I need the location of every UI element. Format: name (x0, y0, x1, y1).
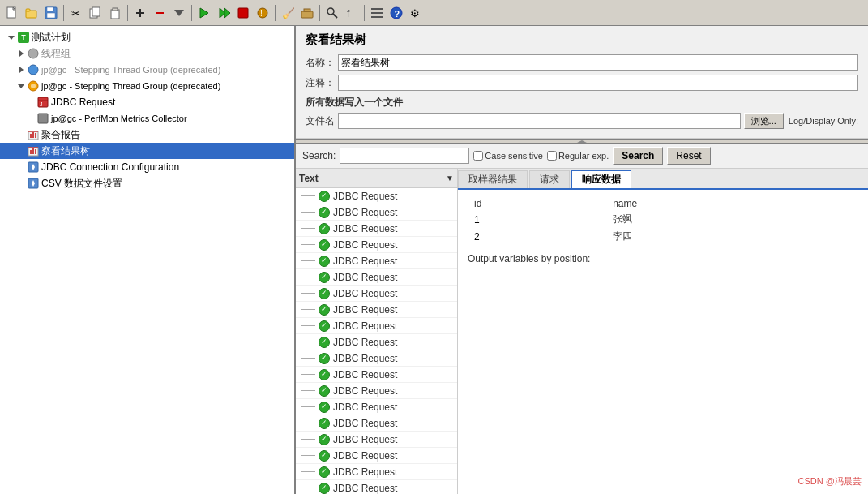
tree-label-csv: CSV 数据文件设置 (41, 177, 122, 191)
tree-item-stepping-2[interactable]: jp@gc - Stepping Thread Group (deprecate… (0, 78, 294, 94)
item-name: JDBC Request (333, 418, 397, 429)
comment-input[interactable] (338, 75, 858, 91)
csv-icon (27, 177, 40, 190)
list-item[interactable]: JDBC Request (296, 432, 457, 448)
item-name: JDBC Request (333, 191, 397, 202)
item-name: JDBC Request (333, 304, 397, 316)
list-item[interactable]: JDBC Request (296, 269, 457, 286)
name-input[interactable] (338, 54, 858, 71)
list-item[interactable]: JDBC Request (296, 237, 457, 253)
start-remote-button[interactable] (215, 4, 233, 22)
list-item[interactable]: JDBC Request (296, 302, 457, 318)
regular-exp-text: Regular exp. (558, 151, 609, 161)
result-list-scroll[interactable]: JDBC Request JDBC Request JDBC Request (296, 188, 457, 494)
list-item[interactable]: JDBC Request (296, 480, 457, 494)
expand-icon-5 (26, 97, 36, 107)
expand-icon-2 (16, 49, 26, 58)
config-icon (27, 161, 40, 174)
clear-all-button[interactable] (298, 4, 316, 22)
search-button[interactable]: Search (613, 147, 663, 165)
status-success-icon (319, 402, 330, 413)
tab-sampler-result[interactable]: 取样器结果 (458, 170, 528, 188)
svg-rect-10 (111, 10, 119, 19)
result-list-panel: Text ▼ JDBC Request JDBC Request (296, 169, 458, 494)
dropdown-arrow[interactable]: ▼ (446, 174, 454, 183)
list-item[interactable]: JDBC Request (296, 188, 457, 204)
open-button[interactable] (23, 4, 41, 22)
status-success-icon (319, 466, 330, 478)
tree-label-report: 聚合报告 (41, 128, 80, 142)
remove-button[interactable] (151, 4, 169, 22)
list-item[interactable]: JDBC Request (296, 399, 457, 415)
clear-button[interactable]: 🧹 (279, 4, 297, 22)
function-button[interactable]: f (343, 4, 361, 22)
separator-2 (127, 5, 128, 21)
detail-content: id name 1 张飒 2 李四 Output variables by po… (458, 190, 868, 494)
expand-button[interactable] (170, 4, 188, 22)
status-success-icon (319, 256, 330, 267)
data-table: id name 1 张飒 2 李四 (468, 196, 858, 245)
reset-button[interactable]: Reset (667, 147, 710, 165)
case-sensitive-label: Case sensitive (473, 151, 543, 161)
regular-exp-checkbox[interactable] (547, 151, 557, 161)
stop-button[interactable] (234, 4, 252, 22)
save-button[interactable] (42, 4, 60, 22)
connector-line (301, 195, 315, 196)
tree-item-result-tree[interactable]: 察看结果树 (0, 143, 294, 159)
list-item[interactable]: JDBC Request (296, 464, 457, 480)
watermark: CSDN @冯晨芸 (798, 475, 862, 488)
list-item[interactable]: JDBC Request (296, 318, 457, 334)
shutdown-button[interactable]: ! (254, 4, 272, 22)
list-item[interactable]: JDBC Request (296, 204, 457, 221)
item-name: JDBC Request (333, 256, 397, 267)
copy-button[interactable] (87, 4, 105, 22)
browse-button[interactable]: 浏览... (744, 113, 784, 129)
tree-label-thread: 线程组 (41, 47, 71, 61)
cut-button[interactable]: ✂ (67, 4, 85, 22)
tree-label-result-tree: 察看结果树 (41, 144, 90, 158)
tree-item-csv[interactable]: CSV 数据文件设置 (0, 175, 294, 191)
case-sensitive-checkbox[interactable] (473, 151, 483, 161)
search-input[interactable] (340, 148, 469, 164)
run-button[interactable] (195, 4, 213, 22)
list-item[interactable]: JDBC Request (296, 253, 457, 269)
list-item[interactable]: JDBC Request (296, 383, 457, 399)
tree-item-perfmon[interactable]: jp@gc - PerfMon Metrics Collector (0, 110, 294, 127)
svg-rect-23 (301, 11, 313, 18)
list-item[interactable]: JDBC Request (296, 415, 457, 432)
paste-button[interactable] (106, 4, 124, 22)
tree-item-plan[interactable]: T 测试计划 (0, 29, 294, 45)
tree-item-thread-group[interactable]: 线程组 (0, 45, 294, 62)
separator-1 (63, 5, 64, 21)
add-button[interactable] (131, 4, 149, 22)
tree-item-report[interactable]: 聚合报告 (0, 127, 294, 143)
list-item[interactable]: JDBC Request (296, 221, 457, 237)
list-item[interactable]: JDBC Request (296, 367, 457, 383)
item-name: JDBC Request (333, 402, 397, 413)
report-icon (27, 128, 40, 141)
list-item[interactable]: JDBC Request (296, 286, 457, 302)
tree-item-stepping-1[interactable]: jp@gc - Stepping Thread Group (deprecate… (0, 62, 294, 78)
svg-rect-29 (371, 12, 383, 14)
help-button[interactable]: ? (387, 4, 405, 22)
file-section-title: 所有数据写入一个文件 (306, 96, 858, 110)
list-item[interactable]: JDBC Request (296, 350, 457, 367)
separator-5 (319, 5, 320, 21)
list-button[interactable] (368, 4, 386, 22)
new-button[interactable] (3, 4, 21, 22)
tree-item-jdbc-request[interactable]: J JDBC Request (0, 94, 294, 110)
tab-request[interactable]: 请求 (529, 170, 570, 188)
settings-button[interactable]: ⚙ (407, 4, 425, 22)
tab-response-data[interactable]: 响应数据 (571, 170, 631, 188)
file-input[interactable] (338, 113, 741, 129)
expand-icon-3 (16, 65, 26, 75)
search-button[interactable] (323, 4, 341, 22)
main-layout: T 测试计划 线程组 jp@gc - Stepping Thread Group… (0, 26, 868, 494)
svg-rect-41 (38, 114, 48, 123)
tree-item-jdbc-config[interactable]: JDBC Connection Configuration (0, 159, 294, 175)
tree-label-stepping-1: jp@gc - Stepping Thread Group (deprecate… (41, 65, 220, 75)
svg-text:!: ! (260, 9, 263, 18)
content-area: Text ▼ JDBC Request JDBC Request (296, 169, 868, 494)
list-item[interactable]: JDBC Request (296, 448, 457, 464)
list-item[interactable]: JDBC Request (296, 334, 457, 350)
